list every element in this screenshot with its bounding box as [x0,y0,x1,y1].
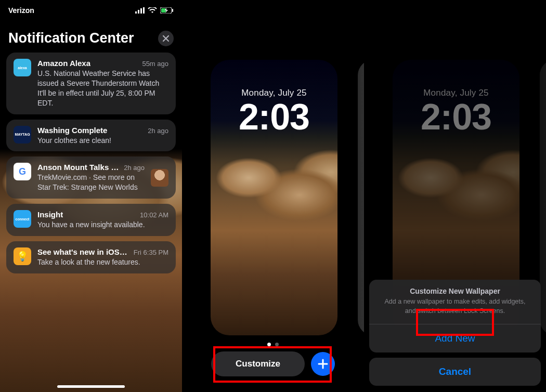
notification-message: U.S. National Weather Service has issued… [37,69,168,108]
panel-notification-center: Verizon Notification Center [0,0,182,392]
notification-title: See what's new in iOS 16 [37,247,129,256]
panel-customize-sheet: Monday, July 25 2:03 Customize New Wallp… [364,0,546,392]
page-dot [267,343,271,346]
notification-card[interactable]: 💡See what's new in iOS 16Fri 6:35 PMTake… [6,241,176,273]
signal-icon [135,7,145,14]
app-icon: connect [14,210,31,228]
svg-rect-0 [135,11,137,14]
app-icon: G [14,163,31,180]
wallpaper-rocks [211,138,337,252]
page-dots [182,343,364,346]
lock-time: 2:03 [211,96,337,138]
app-icon: 💡 [14,247,31,265]
notification-card[interactable]: MAYTAGWashing Complete2h agoYour clothes… [6,120,176,152]
svg-rect-1 [138,10,139,14]
svg-rect-2 [140,8,142,14]
add-new-label: Add New [435,333,475,344]
add-new-button[interactable]: Add New [369,324,541,352]
notification-card[interactable]: alexaAmazon Alexa55m agoU.S. National We… [6,53,176,114]
notification-card[interactable]: connectInsight10:02 AMYou have a new ins… [6,204,176,236]
app-icon: alexa [14,59,31,76]
panel-lockscreen-gallery: Monday, July 25 2:03 Customize [182,0,364,392]
notification-center-title: Notification Center [8,30,134,46]
notification-title: Anson Mount Talks Pike's Futur... [37,163,120,172]
notification-time: 55m ago [142,60,168,68]
home-indicator[interactable] [57,385,125,388]
wifi-icon [148,7,157,14]
notification-message: Your clothes are clean! [37,136,168,146]
notification-thumbnail [151,169,168,187]
status-icons [135,7,174,14]
notification-time: 2h ago [124,164,145,172]
notification-list[interactable]: alexaAmazon Alexa55m agoU.S. National We… [0,53,182,273]
customize-button-label: Customize [236,359,280,369]
page-dot [275,343,279,346]
sheet-subtitle: Add a new wallpaper to make edits, add w… [379,297,531,316]
action-sheet: Customize New Wallpaper Add a new wallpa… [369,280,541,386]
close-button[interactable] [158,31,174,46]
cancel-button[interactable]: Cancel [369,358,541,386]
notification-title: Amazon Alexa [37,59,90,68]
cancel-label: Cancel [439,366,471,377]
notification-time: 10:02 AM [140,211,168,219]
svg-rect-5 [172,9,173,12]
notification-card[interactable]: GAnson Mount Talks Pike's Futur...2h ago… [6,156,176,199]
notification-message: TrekMovie.com · See more on Star Trek: S… [37,173,145,192]
app-icon: MAYTAG [14,126,31,143]
sheet-header: Customize New Wallpaper Add a new wallpa… [369,280,541,324]
notification-time: Fri 6:35 PM [134,249,168,256]
add-wallpaper-button[interactable] [311,352,335,376]
customize-button[interactable]: Customize [211,351,305,376]
carrier-label: Verizon [8,6,34,15]
close-icon [162,35,170,42]
notification-title: Washing Complete [37,126,107,135]
lockscreen-preview[interactable]: Monday, July 25 2:03 [211,60,337,335]
next-lockscreen-peek[interactable] [358,60,364,335]
sheet-title: Customize New Wallpaper [379,287,531,295]
status-bar: Verizon [0,0,182,18]
battery-charging-icon [160,7,174,14]
plus-icon [317,358,329,370]
notification-message: Take a look at the new features. [37,257,168,267]
notification-title: Insight [37,210,63,219]
notification-message: You have a new insight available. [37,220,168,230]
notification-time: 2h ago [148,127,168,135]
svg-rect-3 [143,7,145,14]
